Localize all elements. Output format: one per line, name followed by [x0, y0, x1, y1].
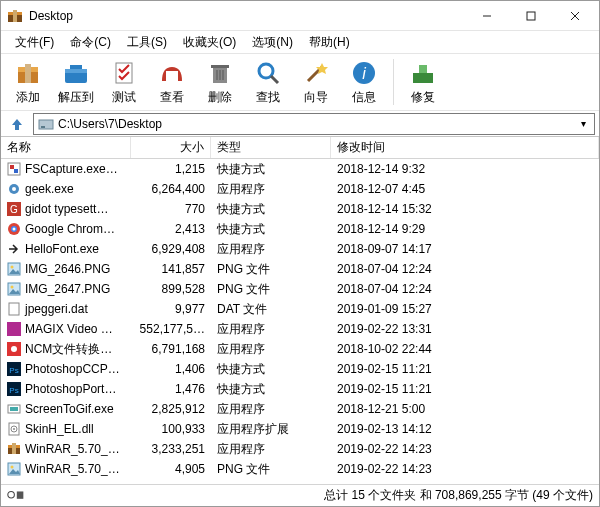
- file-name: HelloFont.exe: [25, 242, 99, 256]
- file-icon: Ps: [7, 362, 21, 376]
- file-row[interactable]: IMG_2647.PNG899,528PNG 文件2018-07-04 12:2…: [1, 279, 599, 299]
- file-row[interactable]: ScreenToGif.exe2,825,912应用程序2018-12-21 5…: [1, 399, 599, 419]
- file-type: DAT 文件: [211, 301, 331, 318]
- find-label: 查找: [256, 89, 280, 106]
- menu-help[interactable]: 帮助(H): [301, 32, 358, 53]
- file-icon: [7, 182, 21, 196]
- toolbar: 添加 解压到 测试 查看 删除 查找 向导 i 信息 修复: [1, 53, 599, 111]
- add-button[interactable]: 添加: [5, 59, 51, 106]
- info-button[interactable]: i 信息: [341, 59, 387, 106]
- file-row[interactable]: WinRAR_5.70_…4,905PNG 文件2019-02-22 14:23: [1, 459, 599, 479]
- file-list[interactable]: FSCapture.exe…1,215快捷方式2018-12-14 9:32ge…: [1, 159, 599, 484]
- close-button[interactable]: [553, 2, 597, 30]
- file-type: 快捷方式: [211, 221, 331, 238]
- minimize-button[interactable]: [465, 2, 509, 30]
- file-modified: 2018-09-07 14:17: [331, 242, 599, 256]
- file-icon: G: [7, 202, 21, 216]
- delete-button[interactable]: 删除: [197, 59, 243, 106]
- archive-add-icon: [14, 59, 42, 87]
- svg-rect-44: [7, 322, 21, 336]
- file-size: 6,929,408: [131, 242, 211, 256]
- file-size: 899,528: [131, 282, 211, 296]
- svg-rect-11: [65, 69, 87, 73]
- file-icon: [7, 322, 21, 336]
- svg-rect-30: [10, 165, 14, 169]
- file-type: 应用程序: [211, 241, 331, 258]
- extract-label: 解压到: [58, 89, 94, 106]
- col-size[interactable]: 大小: [131, 137, 211, 158]
- file-size: 2,413: [131, 222, 211, 236]
- file-type: 快捷方式: [211, 201, 331, 218]
- find-button[interactable]: 查找: [245, 59, 291, 106]
- repair-label: 修复: [411, 89, 435, 106]
- svg-text:i: i: [362, 65, 366, 82]
- file-modified: 2019-02-22 13:31: [331, 322, 599, 336]
- file-row[interactable]: FSCapture.exe…1,215快捷方式2018-12-14 9:32: [1, 159, 599, 179]
- toolbar-separator: [393, 59, 394, 105]
- file-row[interactable]: NCM文件转换…6,791,168应用程序2018-10-02 22:44: [1, 339, 599, 359]
- file-icon: [7, 302, 21, 316]
- file-row[interactable]: PsPhotoshopCCP…1,406快捷方式2019-02-15 11:21: [1, 359, 599, 379]
- col-modified[interactable]: 修改时间: [331, 137, 599, 158]
- trash-icon: [206, 59, 234, 87]
- file-name: WinRAR_5.70_…: [25, 442, 120, 456]
- col-type[interactable]: 类型: [211, 137, 331, 158]
- menu-favorites[interactable]: 收藏夹(O): [175, 32, 244, 53]
- window-title: Desktop: [29, 9, 465, 23]
- svg-rect-9: [25, 64, 31, 83]
- file-modified: 2018-10-02 22:44: [331, 342, 599, 356]
- file-row[interactable]: geek.exe6,264,400应用程序2018-12-07 4:45: [1, 179, 599, 199]
- file-icon: [7, 422, 21, 436]
- menu-options[interactable]: 选项(N): [244, 32, 301, 53]
- file-icon: [7, 242, 21, 256]
- file-size: 2,825,912: [131, 402, 211, 416]
- svg-rect-13: [116, 63, 132, 83]
- file-row[interactable]: SkinH_EL.dll100,933应用程序扩展2019-02-13 14:1…: [1, 419, 599, 439]
- menu-file[interactable]: 文件(F): [7, 32, 62, 53]
- file-row[interactable]: PsPhotoshopPort…1,476快捷方式2019-02-15 11:2…: [1, 379, 599, 399]
- repair-button[interactable]: 修复: [400, 59, 446, 106]
- file-row[interactable]: Google Chrom…2,413快捷方式2018-12-14 9:29: [1, 219, 599, 239]
- file-row[interactable]: MAGIX Video …552,177,5…应用程序2019-02-22 13…: [1, 319, 599, 339]
- file-icon: [7, 262, 21, 276]
- svg-point-60: [11, 466, 14, 469]
- file-size: 4,905: [131, 462, 211, 476]
- file-name: WinRAR_5.70_…: [25, 462, 120, 476]
- wizard-button[interactable]: 向导: [293, 59, 339, 106]
- svg-rect-43: [9, 303, 19, 315]
- view-button[interactable]: 查看: [149, 59, 195, 106]
- file-modified: 2019-01-09 15:27: [331, 302, 599, 316]
- svg-point-20: [259, 64, 273, 78]
- test-button[interactable]: 测试: [101, 59, 147, 106]
- file-modified: 2019-02-15 11:21: [331, 362, 599, 376]
- svg-text:Ps: Ps: [9, 386, 18, 395]
- title-bar: Desktop: [1, 1, 599, 31]
- svg-point-42: [11, 286, 14, 289]
- file-modified: 2019-02-22 14:23: [331, 442, 599, 456]
- file-size: 1,215: [131, 162, 211, 176]
- svg-rect-26: [419, 65, 427, 73]
- file-icon: [7, 222, 21, 236]
- up-button[interactable]: [5, 113, 29, 135]
- svg-rect-28: [41, 126, 45, 128]
- file-icon: Ps: [7, 382, 21, 396]
- file-row[interactable]: Ggidot typesett…770快捷方式2018-12-14 15:32: [1, 199, 599, 219]
- svg-rect-12: [70, 65, 82, 69]
- file-row[interactable]: jpeggeri.dat9,977DAT 文件2019-01-09 15:27: [1, 299, 599, 319]
- file-name: geek.exe: [25, 182, 74, 196]
- menu-commands[interactable]: 命令(C): [62, 32, 119, 53]
- maximize-button[interactable]: [509, 2, 553, 30]
- col-name[interactable]: 名称: [1, 137, 131, 158]
- svg-rect-58: [12, 443, 16, 454]
- file-row[interactable]: HelloFont.exe6,929,408应用程序2018-09-07 14:…: [1, 239, 599, 259]
- svg-point-40: [11, 266, 14, 269]
- file-modified: 2018-12-14 9:29: [331, 222, 599, 236]
- wizard-label: 向导: [304, 89, 328, 106]
- extract-button[interactable]: 解压到: [53, 59, 99, 106]
- address-input[interactable]: C:\Users\7\Desktop ▾: [33, 113, 595, 135]
- file-row[interactable]: IMG_2646.PNG141,857PNG 文件2018-07-04 12:2…: [1, 259, 599, 279]
- address-dropdown-icon[interactable]: ▾: [576, 118, 590, 129]
- menu-tools[interactable]: 工具(S): [119, 32, 175, 53]
- svg-rect-31: [14, 169, 18, 173]
- file-row[interactable]: WinRAR_5.70_…3,233,251应用程序2019-02-22 14:…: [1, 439, 599, 459]
